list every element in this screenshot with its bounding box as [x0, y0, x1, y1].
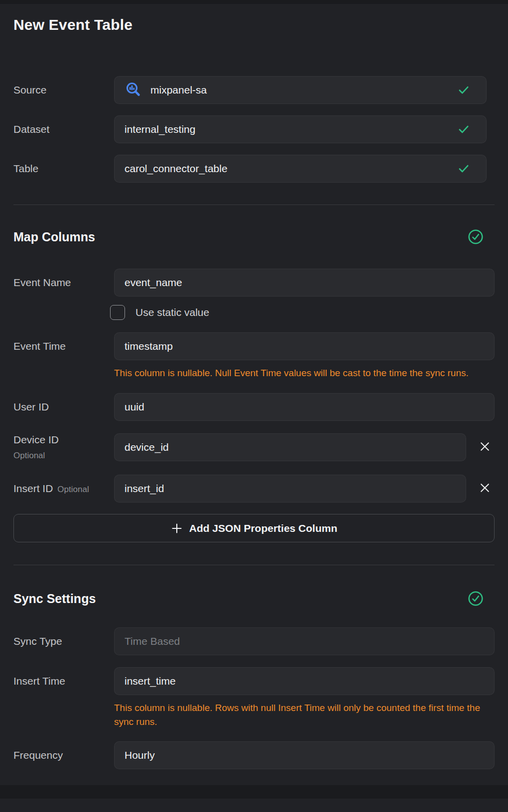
insert-id-row: Insert ID Optional insert_id — [13, 475, 495, 503]
valid-check-icon — [457, 123, 470, 136]
add-json-properties-button[interactable]: Add JSON Properties Column — [13, 514, 495, 542]
frequency-select[interactable]: Hourly — [114, 741, 495, 769]
event-time-row: Event Time timestamp — [13, 332, 495, 360]
dataset-value: internal_testing — [125, 123, 195, 135]
sync-type-value: Time Based — [125, 635, 180, 647]
event-time-value: timestamp — [125, 340, 173, 352]
mixpanel-source-icon — [125, 81, 142, 99]
event-name-input[interactable]: event_name — [114, 269, 495, 297]
section-complete-icon — [468, 229, 484, 245]
remove-device-id-button[interactable] — [476, 438, 494, 456]
insert-id-label: Insert ID — [13, 483, 53, 495]
sync-settings-heading: Sync Settings — [13, 592, 96, 606]
bottom-edge-strip — [0, 785, 508, 799]
event-time-warning: This column is nullable. Null Event Time… — [114, 366, 485, 380]
x-icon — [479, 441, 491, 454]
frequency-value: Hourly — [125, 749, 155, 761]
device-id-label: Device ID — [13, 433, 114, 446]
dataset-label: Dataset — [13, 123, 114, 135]
user-id-value: uuid — [125, 401, 144, 413]
device-id-input[interactable]: device_id — [114, 433, 466, 461]
plus-icon — [171, 522, 183, 534]
insert-time-warning: This column is nullable. Rows with null … — [114, 701, 485, 729]
device-id-optional-tag: Optional — [13, 450, 114, 461]
table-label: Table — [13, 163, 114, 175]
device-id-value: device_id — [125, 441, 169, 453]
section-divider — [13, 565, 495, 565]
map-columns-heading: Map Columns — [13, 230, 95, 244]
top-edge-strip — [0, 0, 508, 4]
map-columns-header: Map Columns — [13, 228, 495, 246]
source-select[interactable]: mixpanel-sa — [114, 76, 487, 104]
frequency-label: Frequency — [13, 749, 114, 761]
source-value: mixpanel-sa — [150, 84, 207, 96]
insert-time-input[interactable]: insert_time — [114, 667, 495, 695]
frequency-row: Frequency Hourly — [13, 741, 495, 769]
sync-settings-header: Sync Settings — [13, 590, 495, 608]
dataset-row: Dataset internal_testing — [13, 115, 495, 143]
sync-type-input: Time Based — [114, 627, 495, 655]
table-select[interactable]: carol_connector_table — [114, 155, 487, 183]
event-time-input[interactable]: timestamp — [114, 332, 495, 360]
table-value: carol_connector_table — [125, 163, 228, 175]
x-icon — [479, 482, 491, 495]
event-name-label: Event Name — [13, 277, 114, 289]
event-name-value: event_name — [125, 277, 182, 289]
insert-id-input[interactable]: insert_id — [114, 475, 466, 503]
sync-type-row: Sync Type Time Based — [13, 627, 495, 655]
insert-time-row: Insert Time insert_time — [13, 667, 495, 695]
section-complete-icon — [468, 591, 484, 607]
user-id-label: User ID — [13, 401, 114, 413]
valid-check-icon — [457, 162, 470, 175]
sync-type-label: Sync Type — [13, 635, 114, 647]
valid-check-icon — [457, 84, 470, 97]
insert-id-value: insert_id — [125, 483, 164, 495]
device-id-row: Device ID Optional device_id — [13, 433, 495, 461]
insert-time-value: insert_time — [125, 675, 176, 687]
insert-id-optional-tag: Optional — [57, 485, 89, 495]
add-json-properties-label: Add JSON Properties Column — [189, 522, 338, 534]
static-value-row: Use static value — [110, 305, 495, 320]
event-time-label: Event Time — [13, 340, 114, 352]
section-divider — [13, 204, 495, 205]
user-id-input[interactable]: uuid — [114, 393, 495, 421]
table-row: Table carol_connector_table — [13, 155, 495, 183]
insert-time-label: Insert Time — [13, 675, 114, 687]
static-value-checkbox-label: Use static value — [135, 306, 209, 318]
remove-insert-id-button[interactable] — [476, 480, 494, 498]
user-id-row: User ID uuid — [13, 393, 495, 421]
source-label: Source — [13, 84, 114, 96]
page-title: New Event Table — [13, 14, 495, 36]
static-value-checkbox[interactable] — [110, 305, 125, 320]
event-name-row: Event Name event_name — [13, 269, 495, 297]
dataset-select[interactable]: internal_testing — [114, 115, 487, 143]
source-row: Source mixpanel-sa — [13, 76, 495, 104]
